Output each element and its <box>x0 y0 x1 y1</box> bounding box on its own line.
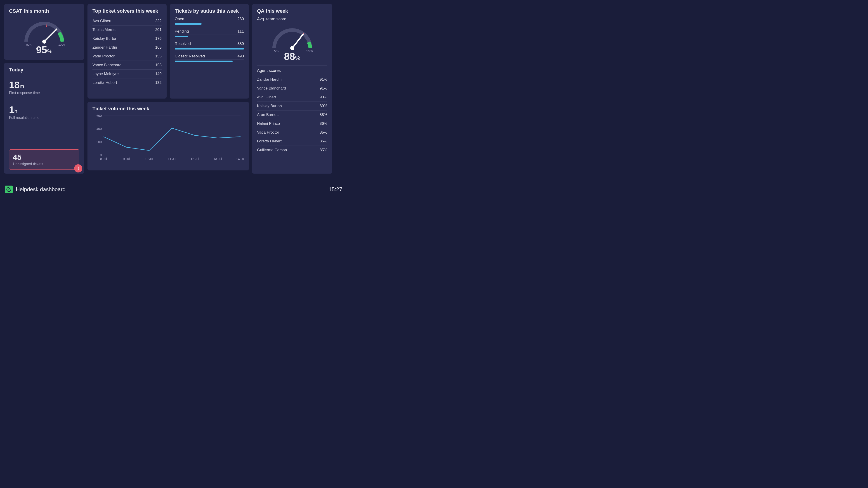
solver-name: Layne McIntyre <box>92 72 119 76</box>
svg-text:200: 200 <box>96 140 102 144</box>
solver-name: Zander Hardin <box>92 45 117 50</box>
list-item: Vance Blanchard91% <box>257 84 327 93</box>
list-item: Zander Hardin165 <box>92 43 162 52</box>
solver-count: 176 <box>155 36 162 41</box>
list-item: Vance Blanchard153 <box>92 61 162 70</box>
agent-score: 85% <box>320 130 327 135</box>
csat-value: 95% <box>36 44 52 56</box>
agent-name: Nalani Prince <box>257 121 280 126</box>
solvers-title: Top ticket solvers this week <box>92 8 162 14</box>
qa-gauge: 50% 100% 88% <box>257 23 327 62</box>
status-value: 230 <box>238 17 244 21</box>
qa-scores-list: Zander Hardin91%Vance Blanchard91%Ava Gi… <box>257 75 327 154</box>
solvers-card: Top ticket solvers this week Ava Gilbert… <box>88 4 166 98</box>
svg-text:400: 400 <box>96 127 102 131</box>
solver-count: 132 <box>155 81 162 85</box>
alert-label: Unassigned tickets <box>13 162 75 166</box>
csat-title: CSAT this month <box>9 8 79 14</box>
status-item: Resolved589 <box>175 41 244 50</box>
status-label: Pending <box>175 29 189 34</box>
agent-score: 91% <box>320 77 327 82</box>
qa-gauge-title: Avg. team score <box>257 17 327 22</box>
list-item: Nalani Prince86% <box>257 119 327 128</box>
volume-title: Ticket volume this week <box>92 106 244 112</box>
alert-value: 45 <box>13 153 75 162</box>
qa-card: QA this week Avg. team score 50% 100% 88… <box>252 4 332 174</box>
agent-name: Ava Gilbert <box>257 95 276 99</box>
list-item: Kaisley Burton89% <box>257 102 327 111</box>
logo-icon <box>5 186 13 193</box>
svg-text:0: 0 <box>100 153 102 157</box>
list-item: Aron Barnett88% <box>257 111 327 119</box>
status-label: Resolved <box>175 41 191 46</box>
gauge-svg: 80% 100% <box>20 17 69 46</box>
solver-name: Ava Gilbert <box>92 19 112 23</box>
solver-count: 153 <box>155 63 162 67</box>
status-value: 111 <box>238 29 244 34</box>
agent-score: 91% <box>320 86 327 91</box>
csat-gauge: 80% 100% 95% <box>9 17 79 56</box>
svg-line-1 <box>44 29 57 41</box>
svg-text:8 Jul: 8 Jul <box>100 157 107 161</box>
metric-first-response: 18m First response time <box>9 80 79 95</box>
qa-scores-title: Agent scores <box>257 65 327 73</box>
solver-count: 222 <box>155 19 162 23</box>
svg-line-21 <box>292 34 303 48</box>
metric-resolution: 1h Full resolution time <box>9 104 79 120</box>
footer-title: Helpdesk dashboard <box>16 186 66 192</box>
solver-name: Kaisley Burton <box>92 36 117 41</box>
agent-score: 90% <box>320 95 327 99</box>
qa-value: 88% <box>284 51 300 62</box>
agent-score: 89% <box>320 104 327 108</box>
list-item: Ava Gilbert222 <box>92 17 162 26</box>
agent-name: Aron Barnett <box>257 113 278 117</box>
qa-title: QA this week <box>257 8 327 14</box>
svg-text:12 Jul: 12 Jul <box>191 157 199 161</box>
footer: Helpdesk dashboard 15:27 <box>0 184 347 195</box>
status-label: Open <box>175 17 184 21</box>
list-item: Guillermo Carson85% <box>257 146 327 154</box>
agent-name: Guillermo Carson <box>257 148 287 152</box>
solver-name: Vada Proctor <box>92 54 115 59</box>
list-item: Kaisley Burton176 <box>92 34 162 43</box>
solver-count: 155 <box>155 54 162 59</box>
list-item: Layne McIntyre149 <box>92 70 162 79</box>
list-item: Ava Gilbert90% <box>257 93 327 102</box>
status-card: Tickets by status this week Open230Pendi… <box>170 4 249 98</box>
svg-text:14 Jul: 14 Jul <box>236 157 244 161</box>
agent-name: Loretta Hebert <box>257 139 282 144</box>
list-item: Tobias Merritt201 <box>92 26 162 34</box>
agent-name: Vada Proctor <box>257 130 279 135</box>
status-label: Closed: Resolved <box>175 54 205 59</box>
svg-text:50%: 50% <box>274 50 279 53</box>
solvers-list: Ava Gilbert222Tobias Merritt201Kaisley B… <box>92 17 162 87</box>
today-card: Today 18m First response time 1h Full re… <box>4 63 84 174</box>
solver-name: Loretta Hebert <box>92 81 117 85</box>
status-value: 589 <box>238 41 244 46</box>
status-value: 493 <box>238 54 244 59</box>
status-item: Open230 <box>175 17 244 25</box>
today-title: Today <box>9 67 79 73</box>
solver-count: 165 <box>155 45 162 50</box>
csat-card: CSAT this month 80% 100% 95% <box>4 4 84 60</box>
list-item: Loretta Hebert85% <box>257 137 327 146</box>
svg-text:10 Jul: 10 Jul <box>145 157 153 161</box>
agent-name: Vance Blanchard <box>257 86 286 91</box>
status-title: Tickets by status this week <box>175 8 244 14</box>
agent-score: 85% <box>320 139 327 144</box>
solver-name: Vance Blanchard <box>92 63 121 67</box>
footer-time: 15:27 <box>329 186 342 192</box>
svg-text:100%: 100% <box>306 50 313 53</box>
agent-score: 88% <box>320 113 327 117</box>
svg-point-2 <box>42 39 46 43</box>
svg-text:100%: 100% <box>58 43 65 46</box>
status-list: Open230Pending111Resolved589Closed: Reso… <box>175 17 244 62</box>
solver-count: 201 <box>155 28 162 32</box>
alert-unassigned[interactable]: 45 Unassigned tickets ! <box>9 149 79 170</box>
svg-text:11 Jul: 11 Jul <box>168 157 176 161</box>
agent-score: 86% <box>320 121 327 126</box>
svg-text:9 Jul: 9 Jul <box>123 157 130 161</box>
svg-point-22 <box>290 46 294 50</box>
solver-name: Tobias Merritt <box>92 28 116 32</box>
agent-name: Zander Hardin <box>257 77 282 82</box>
